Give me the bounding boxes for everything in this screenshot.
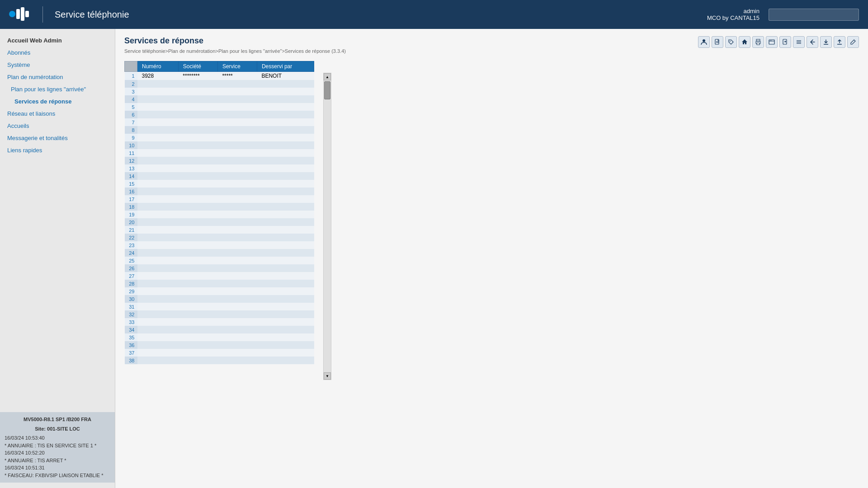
cell-numero bbox=[137, 88, 179, 95]
scrollbar[interactable]: ▲ ▼ bbox=[323, 73, 331, 380]
toolbar-download-btn[interactable] bbox=[820, 36, 832, 48]
cell-service bbox=[217, 164, 257, 172]
cell-societe: ******** bbox=[178, 72, 217, 80]
table-row[interactable]: 16 bbox=[125, 188, 314, 195]
cell-numero bbox=[137, 272, 179, 280]
table-row[interactable]: 18 bbox=[125, 203, 314, 211]
toolbar-tag-btn[interactable] bbox=[725, 36, 737, 48]
table-row[interactable]: 30 bbox=[125, 295, 314, 303]
sidebar-item-liens[interactable]: Liens rapides bbox=[0, 144, 115, 156]
table-row[interactable]: 25 bbox=[125, 257, 314, 264]
cell-desservi: BENOIT bbox=[257, 72, 314, 80]
cell-societe bbox=[178, 211, 217, 218]
scroll-down-arrow[interactable]: ▼ bbox=[324, 372, 331, 380]
toolbar-doc-btn[interactable] bbox=[712, 36, 723, 48]
table-row[interactable]: 3 bbox=[125, 88, 314, 95]
svg-rect-13 bbox=[770, 40, 772, 41]
table-row[interactable]: 36 bbox=[125, 341, 314, 349]
table-row[interactable]: 37 bbox=[125, 349, 314, 357]
cell-desservi bbox=[257, 234, 314, 241]
sidebar-item-messagerie[interactable]: Messagerie et tonalités bbox=[0, 132, 115, 144]
toolbar bbox=[698, 36, 859, 48]
cell-societe bbox=[178, 218, 217, 226]
table-row[interactable]: 27 bbox=[125, 272, 314, 280]
table-row[interactable]: 38 bbox=[125, 357, 314, 364]
table-row[interactable]: 14 bbox=[125, 172, 314, 180]
data-table-scroll[interactable]: Numéro Société Service Desservi par 1 39… bbox=[124, 61, 323, 368]
cell-numero bbox=[137, 357, 179, 364]
table-row[interactable]: 33 bbox=[125, 318, 314, 326]
cell-numero bbox=[137, 149, 179, 157]
cell-societe bbox=[178, 80, 217, 88]
toolbar-print-btn[interactable] bbox=[752, 36, 764, 48]
cell-desservi bbox=[257, 341, 314, 349]
scroll-track bbox=[324, 80, 331, 372]
table-row[interactable]: 21 bbox=[125, 226, 314, 234]
table-row[interactable]: 1 3928 ******** ***** BENOIT bbox=[125, 72, 314, 80]
toolbar-file-btn[interactable] bbox=[766, 36, 778, 48]
table-row[interactable]: 29 bbox=[125, 287, 314, 295]
table-row[interactable]: 4 bbox=[125, 95, 314, 103]
cell-service bbox=[217, 218, 257, 226]
table-row[interactable]: 15 bbox=[125, 180, 314, 188]
table-row[interactable]: 11 bbox=[125, 149, 314, 157]
table-row[interactable]: 34 bbox=[125, 326, 314, 333]
toolbar-back-btn[interactable] bbox=[807, 36, 818, 48]
cell-service bbox=[217, 180, 257, 188]
table-row[interactable]: 17 bbox=[125, 195, 314, 203]
table-row[interactable]: 23 bbox=[125, 241, 314, 249]
log-header1: MV5000-R8.1 SP1 /B200 FRA bbox=[5, 416, 110, 423]
scroll-up-arrow[interactable]: ▲ bbox=[324, 73, 331, 80]
cell-societe bbox=[178, 126, 217, 134]
cell-service bbox=[217, 241, 257, 249]
row-index: 30 bbox=[125, 295, 137, 303]
table-row[interactable]: 32 bbox=[125, 310, 314, 318]
table-row[interactable]: 10 bbox=[125, 141, 314, 149]
scroll-thumb[interactable] bbox=[324, 81, 330, 99]
cell-societe bbox=[178, 226, 217, 234]
toolbar-edit-btn[interactable] bbox=[847, 36, 859, 48]
table-row[interactable]: 8 bbox=[125, 126, 314, 134]
sidebar-item-systeme[interactable]: Système bbox=[0, 59, 115, 71]
row-index: 26 bbox=[125, 264, 137, 272]
table-row[interactable]: 9 bbox=[125, 134, 314, 141]
table-row[interactable]: 22 bbox=[125, 234, 314, 241]
table-row[interactable]: 24 bbox=[125, 249, 314, 257]
toolbar-home-btn[interactable] bbox=[739, 36, 750, 48]
sidebar-item-accueils[interactable]: Accueils bbox=[0, 120, 115, 132]
table-row[interactable]: 26 bbox=[125, 264, 314, 272]
table-row[interactable]: 5 bbox=[125, 103, 314, 111]
cell-service bbox=[217, 126, 257, 134]
cell-desservi bbox=[257, 103, 314, 111]
sidebar-item-abonnes[interactable]: Abonnés bbox=[0, 47, 115, 59]
log-line-5: 16/03/24 10:51:31 bbox=[5, 464, 110, 472]
table-row[interactable]: 12 bbox=[125, 157, 314, 164]
sidebar-item-services-reponse[interactable]: Services de réponse bbox=[0, 95, 115, 108]
cell-service bbox=[217, 80, 257, 88]
cell-service bbox=[217, 280, 257, 287]
cell-service bbox=[217, 234, 257, 241]
search-input[interactable] bbox=[769, 9, 859, 21]
table-row[interactable]: 28 bbox=[125, 280, 314, 287]
sidebar-item-plan-num[interactable]: Plan de numérotation bbox=[0, 71, 115, 83]
sidebar-item-reseau[interactable]: Réseau et liaisons bbox=[0, 108, 115, 120]
cell-numero bbox=[137, 280, 179, 287]
toolbar-new-btn[interactable] bbox=[779, 36, 791, 48]
toolbar-list-btn[interactable] bbox=[793, 36, 805, 48]
cell-desservi bbox=[257, 180, 314, 188]
table-row[interactable]: 20 bbox=[125, 218, 314, 226]
row-index: 19 bbox=[125, 211, 137, 218]
table-row[interactable]: 19 bbox=[125, 211, 314, 218]
svg-rect-9 bbox=[756, 39, 760, 41]
table-row[interactable]: 35 bbox=[125, 333, 314, 341]
toolbar-upload-btn[interactable] bbox=[834, 36, 845, 48]
table-row[interactable]: 6 bbox=[125, 111, 314, 118]
table-row[interactable]: 13 bbox=[125, 164, 314, 172]
table-row[interactable]: 7 bbox=[125, 118, 314, 126]
toolbar-user-btn[interactable] bbox=[698, 36, 710, 48]
sidebar-item-plan-lignes[interactable]: Plan pour les lignes "arrivée" bbox=[0, 83, 115, 95]
sidebar-item-accueil[interactable]: Accueil Web Admin bbox=[0, 34, 115, 47]
table-area: Numéro Société Service Desservi par 1 39… bbox=[124, 61, 859, 380]
table-row[interactable]: 2 bbox=[125, 80, 314, 88]
table-row[interactable]: 31 bbox=[125, 303, 314, 310]
